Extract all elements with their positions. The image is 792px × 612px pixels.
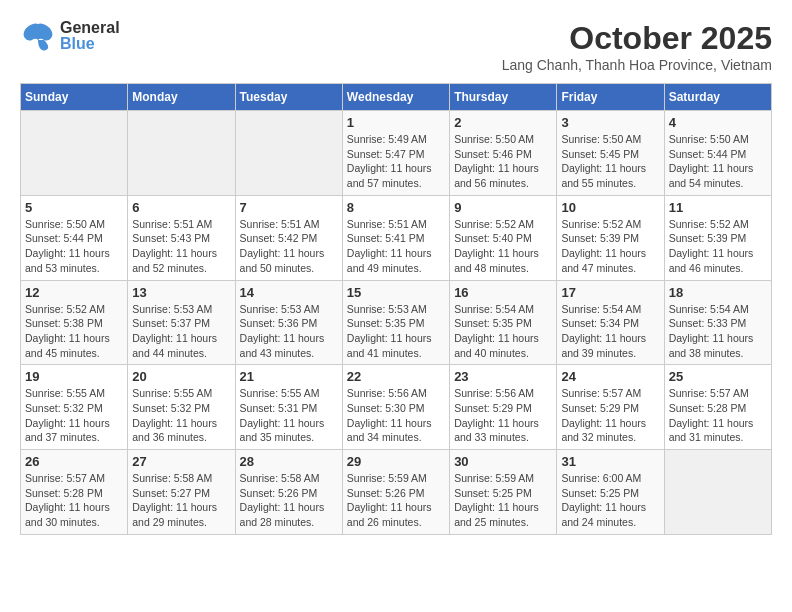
calendar-cell: 2Sunrise: 5:50 AM Sunset: 5:46 PM Daylig… [450, 111, 557, 196]
calendar-cell: 30Sunrise: 5:59 AM Sunset: 5:25 PM Dayli… [450, 450, 557, 535]
day-number: 7 [240, 200, 338, 215]
day-number: 20 [132, 369, 230, 384]
day-info: Sunrise: 5:58 AM Sunset: 5:26 PM Dayligh… [240, 471, 338, 530]
day-number: 21 [240, 369, 338, 384]
day-info: Sunrise: 5:53 AM Sunset: 5:36 PM Dayligh… [240, 302, 338, 361]
day-info: Sunrise: 5:56 AM Sunset: 5:29 PM Dayligh… [454, 386, 552, 445]
calendar-cell: 11Sunrise: 5:52 AM Sunset: 5:39 PM Dayli… [664, 195, 771, 280]
calendar-cell: 13Sunrise: 5:53 AM Sunset: 5:37 PM Dayli… [128, 280, 235, 365]
header-sunday: Sunday [21, 84, 128, 111]
day-number: 10 [561, 200, 659, 215]
day-info: Sunrise: 5:51 AM Sunset: 5:43 PM Dayligh… [132, 217, 230, 276]
day-number: 26 [25, 454, 123, 469]
day-number: 31 [561, 454, 659, 469]
day-number: 3 [561, 115, 659, 130]
calendar-cell: 25Sunrise: 5:57 AM Sunset: 5:28 PM Dayli… [664, 365, 771, 450]
day-info: Sunrise: 5:54 AM Sunset: 5:35 PM Dayligh… [454, 302, 552, 361]
calendar-cell: 20Sunrise: 5:55 AM Sunset: 5:32 PM Dayli… [128, 365, 235, 450]
day-number: 25 [669, 369, 767, 384]
calendar-cell: 5Sunrise: 5:50 AM Sunset: 5:44 PM Daylig… [21, 195, 128, 280]
day-info: Sunrise: 5:57 AM Sunset: 5:29 PM Dayligh… [561, 386, 659, 445]
day-info: Sunrise: 5:53 AM Sunset: 5:37 PM Dayligh… [132, 302, 230, 361]
calendar-header-row: SundayMondayTuesdayWednesdayThursdayFrid… [21, 84, 772, 111]
logo-general: General [60, 20, 120, 36]
logo-icon [20, 20, 56, 52]
calendar-cell [664, 450, 771, 535]
day-info: Sunrise: 5:53 AM Sunset: 5:35 PM Dayligh… [347, 302, 445, 361]
day-info: Sunrise: 5:51 AM Sunset: 5:41 PM Dayligh… [347, 217, 445, 276]
calendar-cell: 10Sunrise: 5:52 AM Sunset: 5:39 PM Dayli… [557, 195, 664, 280]
day-number: 30 [454, 454, 552, 469]
calendar-week-1: 1Sunrise: 5:49 AM Sunset: 5:47 PM Daylig… [21, 111, 772, 196]
calendar-cell: 15Sunrise: 5:53 AM Sunset: 5:35 PM Dayli… [342, 280, 449, 365]
calendar-week-5: 26Sunrise: 5:57 AM Sunset: 5:28 PM Dayli… [21, 450, 772, 535]
day-info: Sunrise: 5:52 AM Sunset: 5:39 PM Dayligh… [561, 217, 659, 276]
day-info: Sunrise: 5:50 AM Sunset: 5:44 PM Dayligh… [669, 132, 767, 191]
day-number: 5 [25, 200, 123, 215]
day-number: 29 [347, 454, 445, 469]
day-info: Sunrise: 5:50 AM Sunset: 5:44 PM Dayligh… [25, 217, 123, 276]
calendar-cell: 9Sunrise: 5:52 AM Sunset: 5:40 PM Daylig… [450, 195, 557, 280]
calendar-cell: 23Sunrise: 5:56 AM Sunset: 5:29 PM Dayli… [450, 365, 557, 450]
logo: General Blue [20, 20, 120, 52]
day-number: 14 [240, 285, 338, 300]
day-info: Sunrise: 5:50 AM Sunset: 5:46 PM Dayligh… [454, 132, 552, 191]
calendar-cell: 8Sunrise: 5:51 AM Sunset: 5:41 PM Daylig… [342, 195, 449, 280]
day-number: 6 [132, 200, 230, 215]
calendar-cell: 27Sunrise: 5:58 AM Sunset: 5:27 PM Dayli… [128, 450, 235, 535]
day-info: Sunrise: 5:59 AM Sunset: 5:26 PM Dayligh… [347, 471, 445, 530]
day-info: Sunrise: 5:57 AM Sunset: 5:28 PM Dayligh… [25, 471, 123, 530]
calendar-table: SundayMondayTuesdayWednesdayThursdayFrid… [20, 83, 772, 535]
calendar-cell: 16Sunrise: 5:54 AM Sunset: 5:35 PM Dayli… [450, 280, 557, 365]
calendar-week-4: 19Sunrise: 5:55 AM Sunset: 5:32 PM Dayli… [21, 365, 772, 450]
day-number: 12 [25, 285, 123, 300]
day-info: Sunrise: 5:59 AM Sunset: 5:25 PM Dayligh… [454, 471, 552, 530]
day-number: 24 [561, 369, 659, 384]
title-block: October 2025 Lang Chanh, Thanh Hoa Provi… [502, 20, 772, 73]
day-info: Sunrise: 5:52 AM Sunset: 5:39 PM Dayligh… [669, 217, 767, 276]
calendar-cell: 18Sunrise: 5:54 AM Sunset: 5:33 PM Dayli… [664, 280, 771, 365]
day-info: Sunrise: 5:50 AM Sunset: 5:45 PM Dayligh… [561, 132, 659, 191]
day-number: 2 [454, 115, 552, 130]
calendar-cell: 28Sunrise: 5:58 AM Sunset: 5:26 PM Dayli… [235, 450, 342, 535]
day-number: 27 [132, 454, 230, 469]
calendar-cell: 1Sunrise: 5:49 AM Sunset: 5:47 PM Daylig… [342, 111, 449, 196]
day-number: 17 [561, 285, 659, 300]
day-number: 18 [669, 285, 767, 300]
day-info: Sunrise: 5:57 AM Sunset: 5:28 PM Dayligh… [669, 386, 767, 445]
day-info: Sunrise: 5:54 AM Sunset: 5:33 PM Dayligh… [669, 302, 767, 361]
page-header: General Blue October 2025 Lang Chanh, Th… [20, 20, 772, 73]
day-info: Sunrise: 5:56 AM Sunset: 5:30 PM Dayligh… [347, 386, 445, 445]
day-info: Sunrise: 5:54 AM Sunset: 5:34 PM Dayligh… [561, 302, 659, 361]
calendar-cell: 22Sunrise: 5:56 AM Sunset: 5:30 PM Dayli… [342, 365, 449, 450]
calendar-cell: 6Sunrise: 5:51 AM Sunset: 5:43 PM Daylig… [128, 195, 235, 280]
calendar-cell [21, 111, 128, 196]
day-info: Sunrise: 5:58 AM Sunset: 5:27 PM Dayligh… [132, 471, 230, 530]
day-info: Sunrise: 5:55 AM Sunset: 5:32 PM Dayligh… [132, 386, 230, 445]
day-number: 22 [347, 369, 445, 384]
calendar-cell: 12Sunrise: 5:52 AM Sunset: 5:38 PM Dayli… [21, 280, 128, 365]
header-saturday: Saturday [664, 84, 771, 111]
calendar-week-2: 5Sunrise: 5:50 AM Sunset: 5:44 PM Daylig… [21, 195, 772, 280]
calendar-cell: 14Sunrise: 5:53 AM Sunset: 5:36 PM Dayli… [235, 280, 342, 365]
day-info: Sunrise: 5:55 AM Sunset: 5:32 PM Dayligh… [25, 386, 123, 445]
day-number: 15 [347, 285, 445, 300]
header-friday: Friday [557, 84, 664, 111]
day-number: 1 [347, 115, 445, 130]
calendar-cell: 26Sunrise: 5:57 AM Sunset: 5:28 PM Dayli… [21, 450, 128, 535]
day-number: 19 [25, 369, 123, 384]
day-number: 11 [669, 200, 767, 215]
header-tuesday: Tuesday [235, 84, 342, 111]
logo-text: General Blue [60, 20, 120, 52]
day-number: 23 [454, 369, 552, 384]
calendar-cell [128, 111, 235, 196]
day-number: 4 [669, 115, 767, 130]
calendar-cell: 3Sunrise: 5:50 AM Sunset: 5:45 PM Daylig… [557, 111, 664, 196]
day-info: Sunrise: 5:52 AM Sunset: 5:40 PM Dayligh… [454, 217, 552, 276]
header-thursday: Thursday [450, 84, 557, 111]
calendar-cell: 17Sunrise: 5:54 AM Sunset: 5:34 PM Dayli… [557, 280, 664, 365]
day-info: Sunrise: 5:55 AM Sunset: 5:31 PM Dayligh… [240, 386, 338, 445]
day-number: 16 [454, 285, 552, 300]
day-info: Sunrise: 5:51 AM Sunset: 5:42 PM Dayligh… [240, 217, 338, 276]
calendar-week-3: 12Sunrise: 5:52 AM Sunset: 5:38 PM Dayli… [21, 280, 772, 365]
